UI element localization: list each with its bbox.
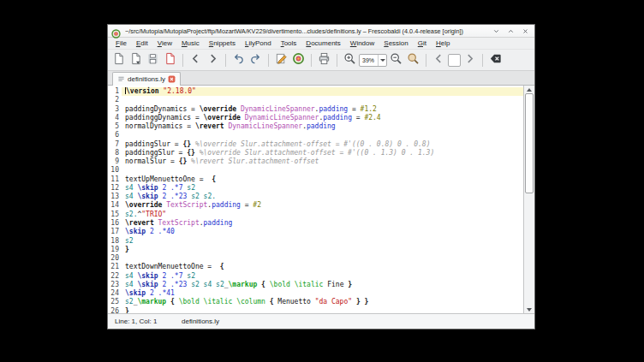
code-line-6[interactable]: 6	[108, 131, 523, 139]
line-content: \override TextScript.padding = #2	[122, 201, 523, 210]
code-area[interactable]: 1\version "2.18.0"23paddingDynamics = \o…	[108, 86, 523, 313]
code-line-1[interactable]: 1\version "2.18.0"	[108, 87, 523, 96]
save-document-button[interactable]	[145, 52, 161, 68]
engrave-button[interactable]	[290, 52, 307, 68]
code-line-21[interactable]: 21textDownMenuettoOne = {	[108, 263, 523, 271]
line-content: paddingSlur = {} %\override Slur.attachm…	[122, 140, 523, 149]
minimize-button[interactable]	[491, 26, 502, 36]
scrollbar-up-icon[interactable]	[524, 86, 534, 93]
forward-button[interactable]	[205, 52, 221, 68]
menu-documents[interactable]: Documents	[301, 39, 344, 48]
line-content: s4 \skip 2 .*23 s2 s2.	[122, 193, 523, 201]
menu-file[interactable]: File	[111, 39, 131, 48]
code-line-20[interactable]: 20	[108, 254, 523, 263]
code-line-18[interactable]: 18s2	[108, 237, 523, 246]
scrollbar-thumb[interactable]	[525, 93, 534, 193]
menu-window[interactable]: Window	[346, 39, 379, 48]
menu-session[interactable]: Session	[379, 39, 412, 48]
toolbar-separator	[268, 54, 269, 67]
close-document-icon	[164, 52, 176, 68]
print-button[interactable]	[316, 52, 332, 68]
code-line-16[interactable]: 16\revert TextScript.padding	[108, 219, 523, 228]
code-line-23[interactable]: 23s4 \skip 2 .*23 s2 s4 s2_\markup { \bo…	[108, 281, 523, 289]
code-line-22[interactable]: 22s4 \skip 2 .*7 s2	[108, 272, 523, 281]
line-content	[122, 166, 523, 175]
window-title: ~/src/Mutopia/MutopiaProject/ftp/MozartW…	[125, 27, 487, 35]
code-editor[interactable]: 1\version "2.18.0"23paddingDynamics = \o…	[108, 86, 534, 314]
line-number: 26	[108, 307, 122, 314]
code-line-14[interactable]: 14\override TextScript.padding = #2	[108, 201, 523, 210]
redo-icon	[249, 52, 262, 68]
code-line-26[interactable]: 26}	[108, 307, 523, 314]
chevron-up-icon	[507, 23, 515, 39]
lilypond-engrave-icon	[292, 52, 305, 68]
code-line-8[interactable]: 8paddinggSlur = {} %\override Slur.attac…	[108, 149, 523, 157]
menu-edit[interactable]: Edit	[132, 39, 152, 48]
line-content: }	[122, 307, 523, 314]
code-line-9[interactable]: 9normalSlur = {} %\revert Slur.attachmen…	[108, 157, 523, 166]
previous-page-button[interactable]	[431, 52, 447, 68]
line-content: normalDynamics = \revert DynamicLineSpan…	[122, 122, 523, 131]
scrollbar-down-icon[interactable]	[524, 306, 534, 313]
magnifier-icon	[407, 52, 420, 68]
line-number: 20	[108, 254, 122, 263]
menu-lilypond[interactable]: LilyPond	[241, 39, 276, 48]
combo-dropdown-icon[interactable]	[378, 55, 386, 66]
line-number: 15	[108, 211, 122, 219]
clear-music-view-button[interactable]	[487, 52, 504, 68]
code-line-2[interactable]: 2	[108, 96, 523, 104]
tab-close-icon[interactable]	[168, 75, 176, 83]
close-document-button[interactable]	[162, 52, 178, 68]
code-line-5[interactable]: 5normalDynamics = \revert DynamicLineSpa…	[108, 122, 523, 131]
magnifier-button[interactable]	[405, 52, 421, 68]
code-line-19[interactable]: 19}	[108, 246, 523, 254]
vertical-scrollbar[interactable]	[523, 86, 534, 313]
tab-bar: definitions.ly	[108, 71, 534, 86]
next-page-button[interactable]	[462, 52, 478, 68]
code-line-10[interactable]: 10	[108, 166, 523, 175]
new-document-button[interactable]	[110, 52, 127, 68]
edit-in-place-button[interactable]	[273, 52, 289, 68]
code-line-3[interactable]: 3paddingDynamics = \override DynamicLine…	[108, 105, 523, 114]
music-zoom-in-button[interactable]	[342, 52, 358, 68]
line-number: 2	[108, 96, 122, 104]
code-line-25[interactable]: 25s2_\markup { \bold \italic \column { M…	[108, 298, 523, 306]
menu-tools[interactable]: Tools	[277, 39, 301, 48]
line-content: s4 \skip 2 .*23 s2 s4 s2_\markup { \bold…	[122, 281, 523, 289]
menu-view[interactable]: View	[153, 39, 176, 48]
code-line-13[interactable]: 13s4 \skip 2 .*23 s2 s2.	[108, 193, 523, 201]
title-bar[interactable]: ~/src/Mutopia/MutopiaProject/ftp/MozartW…	[108, 25, 534, 38]
music-zoom-out-button[interactable]	[388, 52, 404, 68]
close-button[interactable]	[520, 26, 531, 36]
back-button[interactable]	[188, 52, 204, 68]
menu-help[interactable]: Help	[432, 39, 454, 48]
redo-button[interactable]	[247, 52, 264, 68]
menu-snippets[interactable]: Snippets	[205, 39, 240, 48]
music-zoom-level-combo[interactable]: 39%	[359, 54, 387, 67]
code-line-7[interactable]: 7paddingSlur = {} %\override Slur.attach…	[108, 140, 523, 149]
maximize-button[interactable]	[505, 26, 516, 36]
tab-definitions-ly[interactable]: definitions.ly	[112, 72, 181, 86]
undo-button[interactable]	[230, 52, 247, 68]
code-line-15[interactable]: 15s2.^"TRIO"	[108, 211, 523, 219]
line-number: 22	[108, 272, 122, 281]
menu-music[interactable]: Music	[177, 39, 204, 48]
code-line-24[interactable]: 24\skip 2 .*41	[108, 289, 523, 298]
prev-page-icon	[432, 52, 445, 68]
frescobaldi-window: ~/src/Mutopia/MutopiaProject/ftp/MozartW…	[107, 24, 535, 329]
code-line-17[interactable]: 17\skip 2 .*40	[108, 228, 523, 236]
line-content: textDownMenuettoOne = {	[122, 263, 523, 271]
page-number-input[interactable]	[448, 54, 461, 67]
open-document-button[interactable]	[128, 52, 144, 68]
save-document-icon	[146, 52, 159, 68]
line-content: s2.^"TRIO"	[122, 211, 523, 219]
menu-git[interactable]: Git	[414, 39, 431, 48]
code-line-11[interactable]: 11textUpMenuettoOne = {	[108, 175, 523, 184]
line-content: paddinggDynamics = \override DynamicLine…	[122, 114, 523, 122]
line-content	[122, 96, 523, 104]
code-line-12[interactable]: 12s4 \skip 2 .*7 s2	[108, 184, 523, 193]
line-number: 6	[108, 131, 122, 139]
code-line-4[interactable]: 4paddinggDynamics = \override DynamicLin…	[108, 114, 523, 122]
toolbar-separator	[426, 54, 426, 67]
line-number: 11	[108, 175, 122, 184]
